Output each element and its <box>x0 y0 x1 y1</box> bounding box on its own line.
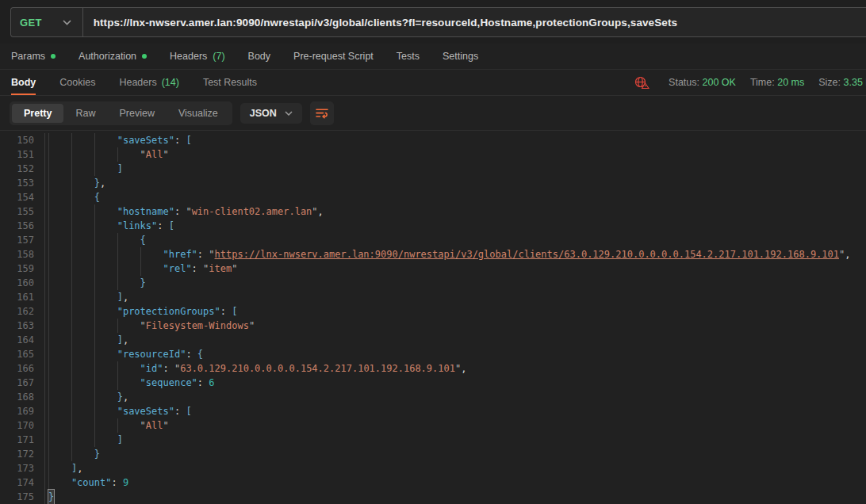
code-token: "sequence" <box>140 376 197 390</box>
green-dot-icon <box>51 54 56 59</box>
format-selected-value: JSON <box>250 108 277 119</box>
tab-pre-request-script[interactable]: Pre-request Script <box>293 51 374 62</box>
code-token: : <box>220 304 232 319</box>
tab-authorization[interactable]: Authorization <box>79 51 147 62</box>
size-label: Size: <box>818 77 841 88</box>
code-token: "saveSets" <box>117 404 174 418</box>
code-line: 163"Filesystem-Windows" <box>0 319 866 333</box>
code-token: : <box>174 404 186 418</box>
code-token: All <box>146 147 163 162</box>
response-body-code-viewer[interactable]: 150"saveSets": [151"All"152]153},154{155… <box>0 131 866 504</box>
indent-guides <box>48 376 140 390</box>
code-token: "href" <box>163 247 197 262</box>
line-number: 151 <box>0 147 45 162</box>
code-token: " <box>140 319 146 333</box>
response-tab-headers[interactable]: Headers (14) <box>119 70 178 95</box>
size-badge: Size: 3.35 KB <box>818 77 866 88</box>
tab-body[interactable]: Body <box>248 51 271 62</box>
code-line: 162"protectionGroups": [ <box>0 304 866 319</box>
indent-guides <box>48 390 117 404</box>
code-line: 172} <box>0 447 866 461</box>
response-tab-body[interactable]: Body <box>11 70 36 95</box>
code-line: 158"href": "https://lnx-nwserv.amer.lan:… <box>0 247 866 262</box>
code-token: , <box>845 247 850 262</box>
code-token: item <box>209 262 232 276</box>
code-token: : <box>174 204 186 219</box>
chevron-down-icon <box>63 20 71 25</box>
line-number: 165 <box>0 347 45 361</box>
line-number: 155 <box>0 204 45 219</box>
url-input[interactable]: https://lnx-nwserv.amer.lan:9090/nwresta… <box>83 8 678 36</box>
code-token: 9 <box>123 475 128 490</box>
line-number: 170 <box>0 418 45 433</box>
code-token: , <box>77 461 82 475</box>
line-number: 169 <box>0 404 45 418</box>
code-line: 160} <box>0 276 866 290</box>
method-selector[interactable]: GET <box>11 8 82 36</box>
tab-headers[interactable]: Headers (7) <box>170 51 225 62</box>
line-number: 157 <box>0 233 45 247</box>
code-line: 175} <box>0 490 866 504</box>
line-number: 158 <box>0 247 45 262</box>
code-token: : <box>157 219 168 233</box>
response-meta: Status: 200 OK Time: 20 ms Size: 3.35 KB <box>634 70 866 95</box>
response-tab-cookies[interactable]: Cookies <box>59 70 95 95</box>
tab-label: Headers <box>170 51 207 62</box>
code-token: win-client02.amer.lan <box>192 204 312 219</box>
response-view-toolbar: Pretty Raw Preview Visualize JSON <box>0 96 866 131</box>
network-warning-icon[interactable] <box>634 76 650 89</box>
code-token: " <box>163 418 169 433</box>
code-token: [ <box>232 304 237 319</box>
indent-guides <box>48 276 140 290</box>
code-line: 171] <box>0 433 866 447</box>
request-tabs: Params Authorization Headers (7) Body Pr… <box>0 44 866 70</box>
indent-guides <box>48 304 117 319</box>
code-token: } <box>94 447 100 461</box>
tab-params[interactable]: Params <box>11 51 56 62</box>
code-token: Filesystem-Windows <box>146 319 249 333</box>
code-token: } <box>117 390 123 404</box>
indent-guides <box>48 361 140 376</box>
code-token: "saveSets" <box>117 133 174 147</box>
code-token: [ <box>169 219 174 233</box>
status-label: Status: <box>669 77 699 88</box>
view-tab-preview[interactable]: Preview <box>107 104 166 123</box>
code-token: "protectionGroups" <box>117 304 220 319</box>
line-number: 173 <box>0 461 45 475</box>
code-token: " <box>186 204 191 219</box>
view-tab-raw[interactable]: Raw <box>63 104 107 123</box>
code-token: : <box>197 247 209 262</box>
request-url-row: GET https://lnx-nwserv.amer.lan:9090/nwr… <box>0 0 866 44</box>
view-tab-pretty[interactable]: Pretty <box>12 104 63 123</box>
line-number: 175 <box>0 490 45 504</box>
indent-guides <box>48 461 71 475</box>
code-token: : <box>163 361 174 376</box>
href-link[interactable]: https://lnx-nwserv.amer.lan:9090/nwresta… <box>215 247 839 262</box>
code-token: " <box>163 147 169 162</box>
wrap-lines-button[interactable] <box>310 101 334 125</box>
code-token: } <box>94 176 100 190</box>
code-token: : <box>192 262 203 276</box>
line-number: 159 <box>0 262 45 276</box>
code-token: "rel" <box>163 262 191 276</box>
indent-guides <box>48 290 117 304</box>
code-token: ] <box>71 461 77 475</box>
code-line: 164], <box>0 333 866 347</box>
code-token: All <box>146 418 163 433</box>
tab-settings[interactable]: Settings <box>443 51 478 62</box>
line-number: 161 <box>0 290 45 304</box>
line-number: 171 <box>0 433 45 447</box>
tab-tests[interactable]: Tests <box>397 51 420 62</box>
response-tab-test-results[interactable]: Test Results <box>203 70 257 95</box>
code-token: , <box>318 204 324 219</box>
indent-guides <box>48 147 140 162</box>
indent-guides <box>48 418 140 433</box>
format-dropdown[interactable]: JSON <box>240 103 302 124</box>
line-number: 153 <box>0 176 45 190</box>
tab-label: Body <box>11 77 36 88</box>
code-token: "resourceId" <box>117 347 186 361</box>
code-line: 174"count": 9 <box>0 475 866 490</box>
indent-guides <box>48 219 117 233</box>
line-number: 172 <box>0 447 45 461</box>
view-tab-visualize[interactable]: Visualize <box>167 104 230 123</box>
